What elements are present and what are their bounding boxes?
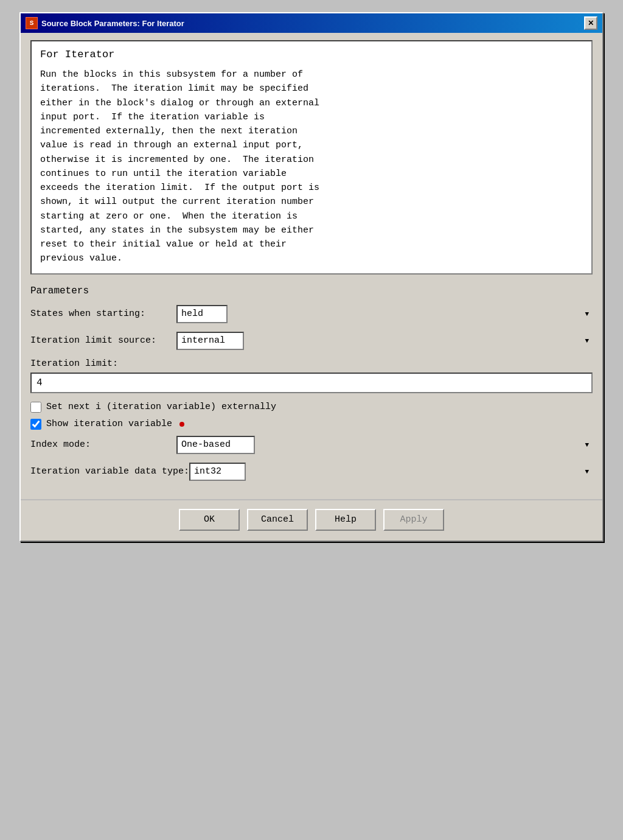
button-bar: OK Cancel Help Apply (21, 499, 602, 541)
params-title: Parameters (30, 285, 593, 296)
set-next-i-label: Set next i (iteration variable) external… (46, 402, 276, 412)
states-when-starting-select[interactable]: held reset (176, 305, 228, 323)
set-next-i-row: Set next i (iteration variable) external… (30, 402, 593, 413)
close-button[interactable]: ✕ (584, 16, 597, 30)
iteration-variable-data-type-wrapper: int32 uint32 int16 uint16 int8 uint8 dou… (189, 463, 593, 481)
window-icon: S (26, 17, 38, 29)
cancel-button[interactable]: Cancel (247, 509, 308, 531)
iteration-limit-group: Iteration limit: (30, 359, 593, 393)
index-mode-select[interactable]: One-based Zero-based (176, 436, 255, 454)
index-mode-label: Index mode: (30, 439, 176, 450)
show-iteration-variable-row: Show iteration variable (30, 419, 593, 430)
states-when-starting-wrapper: held reset (176, 305, 593, 323)
block-title: For Iterator (40, 49, 583, 60)
show-iteration-variable-label: Show iteration variable (46, 419, 172, 429)
description-box: For Iterator Run the blocks in this subs… (30, 40, 593, 275)
index-mode-row: Index mode: One-based Zero-based (30, 436, 593, 454)
iteration-limit-source-wrapper: internal external (176, 332, 593, 350)
dialog-window: S Source Block Parameters: For Iterator … (19, 12, 604, 542)
iteration-variable-data-type-select[interactable]: int32 uint32 int16 uint16 int8 uint8 dou… (189, 463, 246, 481)
states-when-starting-label: States when starting: (30, 309, 176, 319)
iteration-limit-label: Iteration limit: (30, 359, 593, 369)
params-section: Parameters States when starting: held re… (30, 283, 593, 492)
iteration-limit-source-select[interactable]: internal external (176, 332, 244, 350)
iteration-variable-data-type-row: Iteration variable data type: int32 uint… (30, 463, 593, 481)
iteration-limit-source-row: Iteration limit source: internal externa… (30, 332, 593, 350)
show-iteration-variable-checkbox[interactable] (30, 419, 41, 430)
iteration-variable-data-type-label: Iteration variable data type: (30, 466, 189, 477)
apply-button[interactable]: Apply (383, 509, 444, 531)
title-bar: S Source Block Parameters: For Iterator … (21, 13, 602, 33)
index-mode-wrapper: One-based Zero-based (176, 436, 593, 454)
set-next-i-checkbox[interactable] (30, 402, 41, 413)
iteration-limit-input[interactable] (30, 373, 593, 393)
help-button[interactable]: Help (315, 509, 376, 531)
states-when-starting-row: States when starting: held reset (30, 305, 593, 323)
iteration-limit-source-label: Iteration limit source: (30, 335, 176, 346)
description-text: Run the blocks in this subsystem for a n… (40, 68, 583, 266)
title-bar-left: S Source Block Parameters: For Iterator (26, 17, 184, 29)
red-dot-indicator (179, 422, 184, 427)
window-title: Source Block Parameters: For Iterator (41, 19, 184, 28)
ok-button[interactable]: OK (179, 509, 240, 531)
dialog-content: For Iterator Run the blocks in this subs… (21, 33, 602, 499)
